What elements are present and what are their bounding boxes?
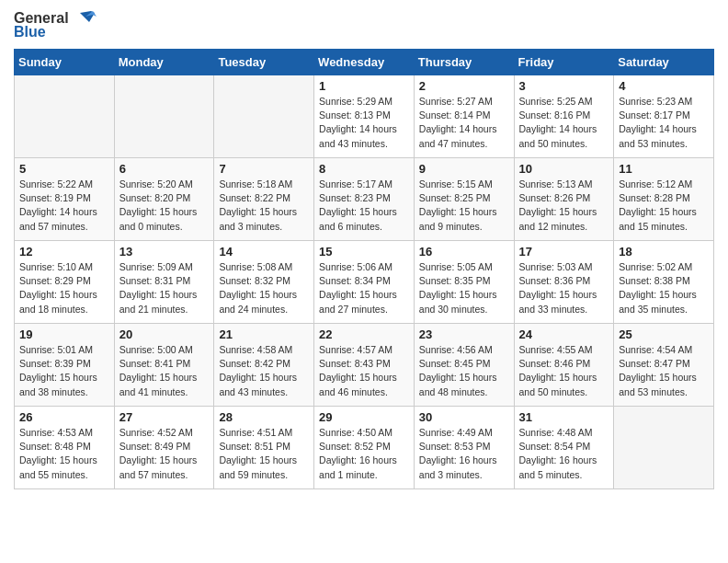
calendar-cell: 15Sunrise: 5:06 AM Sunset: 8:34 PM Dayli… (314, 241, 415, 324)
day-info: Sunrise: 5:06 AM Sunset: 8:34 PM Dayligh… (319, 260, 409, 316)
day-info: Sunrise: 5:13 AM Sunset: 8:26 PM Dayligh… (519, 178, 609, 234)
day-number: 13 (119, 245, 210, 259)
calendar-cell: 9Sunrise: 5:15 AM Sunset: 8:25 PM Daylig… (414, 158, 514, 241)
day-number: 12 (19, 245, 109, 259)
day-info: Sunrise: 5:29 AM Sunset: 8:13 PM Dayligh… (319, 95, 409, 151)
calendar-cell (614, 407, 714, 489)
calendar-cell: 27Sunrise: 4:52 AM Sunset: 8:49 PM Dayli… (114, 407, 214, 489)
calendar-cell: 12Sunrise: 5:10 AM Sunset: 8:29 PM Dayli… (15, 241, 115, 324)
day-info: Sunrise: 5:05 AM Sunset: 8:35 PM Dayligh… (419, 260, 509, 316)
day-number: 24 (519, 327, 609, 341)
day-info: Sunrise: 5:02 AM Sunset: 8:38 PM Dayligh… (619, 260, 709, 316)
calendar-cell: 14Sunrise: 5:08 AM Sunset: 8:32 PM Dayli… (214, 241, 314, 324)
day-info: Sunrise: 5:20 AM Sunset: 8:20 PM Dayligh… (119, 178, 210, 234)
calendar-week-row: 26Sunrise: 4:53 AM Sunset: 8:48 PM Dayli… (15, 407, 714, 489)
day-number: 8 (319, 162, 409, 176)
day-number: 9 (419, 162, 509, 176)
header-row: SundayMondayTuesdayWednesdayThursdayFrid… (15, 50, 714, 75)
day-number: 27 (119, 410, 210, 424)
main-container: GeneralBlue SundayMondayTuesdayWednesday… (0, 0, 728, 499)
day-info: Sunrise: 5:17 AM Sunset: 8:23 PM Dayligh… (319, 178, 409, 234)
day-number: 6 (119, 162, 210, 176)
calendar-week-row: 5Sunrise: 5:22 AM Sunset: 8:19 PM Daylig… (15, 158, 714, 241)
day-number: 2 (419, 79, 509, 93)
weekday-header-friday: Friday (514, 50, 614, 75)
calendar-cell: 11Sunrise: 5:12 AM Sunset: 8:28 PM Dayli… (614, 158, 714, 241)
calendar-cell: 13Sunrise: 5:09 AM Sunset: 8:31 PM Dayli… (114, 241, 214, 324)
calendar-cell: 3Sunrise: 5:25 AM Sunset: 8:16 PM Daylig… (514, 75, 614, 158)
calendar-cell: 2Sunrise: 5:27 AM Sunset: 8:14 PM Daylig… (414, 75, 514, 158)
day-info: Sunrise: 4:54 AM Sunset: 8:47 PM Dayligh… (619, 343, 709, 399)
calendar-body: 1Sunrise: 5:29 AM Sunset: 8:13 PM Daylig… (15, 75, 714, 489)
day-number: 23 (419, 327, 509, 341)
weekday-header-tuesday: Tuesday (214, 50, 314, 75)
calendar-cell: 26Sunrise: 4:53 AM Sunset: 8:48 PM Dayli… (15, 407, 115, 489)
calendar-cell: 19Sunrise: 5:01 AM Sunset: 8:39 PM Dayli… (15, 324, 115, 407)
logo-svg: GeneralBlue (14, 9, 97, 41)
day-number: 17 (519, 245, 609, 259)
calendar-cell: 23Sunrise: 4:56 AM Sunset: 8:45 PM Dayli… (414, 324, 514, 407)
calendar-cell: 20Sunrise: 5:00 AM Sunset: 8:41 PM Dayli… (114, 324, 214, 407)
day-number: 26 (19, 410, 109, 424)
day-info: Sunrise: 4:56 AM Sunset: 8:45 PM Dayligh… (419, 343, 509, 399)
day-number: 4 (619, 79, 709, 93)
day-number: 22 (319, 327, 409, 341)
calendar-week-row: 19Sunrise: 5:01 AM Sunset: 8:39 PM Dayli… (15, 324, 714, 407)
day-info: Sunrise: 5:18 AM Sunset: 8:22 PM Dayligh… (219, 178, 309, 234)
day-info: Sunrise: 4:55 AM Sunset: 8:46 PM Dayligh… (519, 343, 609, 399)
calendar-cell: 21Sunrise: 4:58 AM Sunset: 8:42 PM Dayli… (214, 324, 314, 407)
calendar-cell: 22Sunrise: 4:57 AM Sunset: 8:43 PM Dayli… (314, 324, 415, 407)
day-number: 15 (319, 245, 409, 259)
day-number: 3 (519, 79, 609, 93)
calendar-cell: 1Sunrise: 5:29 AM Sunset: 8:13 PM Daylig… (314, 75, 415, 158)
day-info: Sunrise: 5:27 AM Sunset: 8:14 PM Dayligh… (419, 95, 509, 151)
day-number: 7 (219, 162, 309, 176)
day-number: 30 (419, 410, 509, 424)
calendar-table: SundayMondayTuesdayWednesdayThursdayFrid… (14, 49, 714, 489)
calendar-cell: 4Sunrise: 5:23 AM Sunset: 8:17 PM Daylig… (614, 75, 714, 158)
calendar-cell: 24Sunrise: 4:55 AM Sunset: 8:46 PM Dayli… (514, 324, 614, 407)
day-info: Sunrise: 5:08 AM Sunset: 8:32 PM Dayligh… (219, 260, 309, 316)
day-number: 18 (619, 245, 709, 259)
day-info: Sunrise: 5:03 AM Sunset: 8:36 PM Dayligh… (519, 260, 609, 316)
calendar-cell (15, 75, 115, 158)
calendar-cell: 25Sunrise: 4:54 AM Sunset: 8:47 PM Dayli… (614, 324, 714, 407)
day-info: Sunrise: 4:48 AM Sunset: 8:54 PM Dayligh… (519, 426, 609, 482)
calendar-cell: 17Sunrise: 5:03 AM Sunset: 8:36 PM Dayli… (514, 241, 614, 324)
weekday-header-wednesday: Wednesday (314, 50, 415, 75)
calendar-header: SundayMondayTuesdayWednesdayThursdayFrid… (15, 50, 714, 75)
day-number: 25 (619, 327, 709, 341)
weekday-header-thursday: Thursday (414, 50, 514, 75)
day-info: Sunrise: 5:12 AM Sunset: 8:28 PM Dayligh… (619, 178, 709, 234)
day-number: 21 (219, 327, 309, 341)
day-number: 10 (519, 162, 609, 176)
day-number: 1 (319, 79, 409, 93)
day-info: Sunrise: 4:51 AM Sunset: 8:51 PM Dayligh… (219, 426, 309, 482)
day-info: Sunrise: 4:53 AM Sunset: 8:48 PM Dayligh… (19, 426, 109, 482)
weekday-header-saturday: Saturday (614, 50, 714, 75)
logo: GeneralBlue (14, 9, 97, 41)
day-info: Sunrise: 5:00 AM Sunset: 8:41 PM Dayligh… (119, 343, 210, 399)
day-info: Sunrise: 5:10 AM Sunset: 8:29 PM Dayligh… (19, 260, 109, 316)
calendar-cell: 29Sunrise: 4:50 AM Sunset: 8:52 PM Dayli… (314, 407, 415, 489)
calendar-cell: 31Sunrise: 4:48 AM Sunset: 8:54 PM Dayli… (514, 407, 614, 489)
day-number: 16 (419, 245, 509, 259)
day-info: Sunrise: 5:01 AM Sunset: 8:39 PM Dayligh… (19, 343, 109, 399)
calendar-week-row: 1Sunrise: 5:29 AM Sunset: 8:13 PM Daylig… (15, 75, 714, 158)
calendar-cell: 16Sunrise: 5:05 AM Sunset: 8:35 PM Dayli… (414, 241, 514, 324)
day-number: 29 (319, 410, 409, 424)
day-info: Sunrise: 5:25 AM Sunset: 8:16 PM Dayligh… (519, 95, 609, 151)
calendar-cell: 30Sunrise: 4:49 AM Sunset: 8:53 PM Dayli… (414, 407, 514, 489)
day-info: Sunrise: 5:23 AM Sunset: 8:17 PM Dayligh… (619, 95, 709, 151)
day-info: Sunrise: 5:15 AM Sunset: 8:25 PM Dayligh… (419, 178, 509, 234)
calendar-cell (114, 75, 214, 158)
day-info: Sunrise: 4:58 AM Sunset: 8:42 PM Dayligh… (219, 343, 309, 399)
day-number: 19 (19, 327, 109, 341)
day-info: Sunrise: 5:09 AM Sunset: 8:31 PM Dayligh… (119, 260, 210, 316)
day-number: 14 (219, 245, 309, 259)
calendar-cell: 10Sunrise: 5:13 AM Sunset: 8:26 PM Dayli… (514, 158, 614, 241)
day-number: 31 (519, 410, 609, 424)
calendar-cell (214, 75, 314, 158)
day-number: 11 (619, 162, 709, 176)
day-number: 5 (19, 162, 109, 176)
